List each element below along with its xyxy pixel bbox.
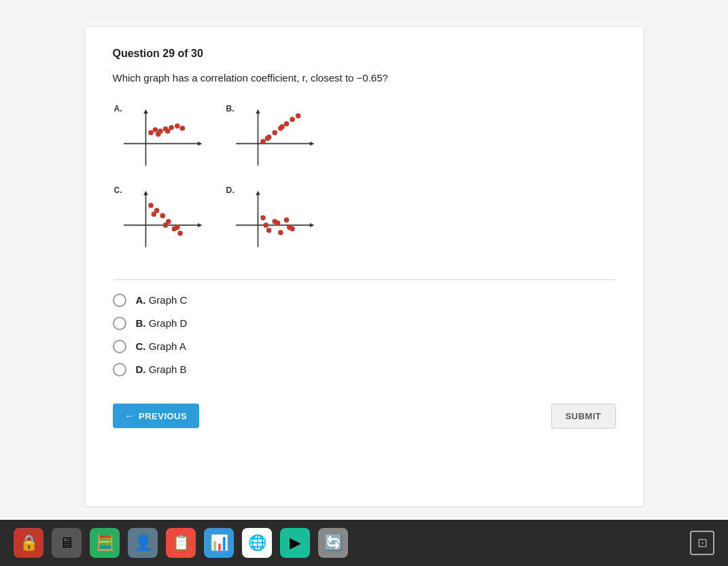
svg-point-19 xyxy=(272,130,277,135)
options-list: A. Graph C B. Graph D C. Graph A D. Grap… xyxy=(113,294,616,376)
taskbar-icon-play[interactable]: ▶ xyxy=(280,528,310,558)
play-icon: ▶ xyxy=(290,534,301,552)
clipboard-icon: 📋 xyxy=(172,534,190,552)
svg-point-4 xyxy=(148,130,154,135)
option-B[interactable]: B. Graph D xyxy=(113,317,616,330)
main-content: Question 29 of 30 Which graph has a corr… xyxy=(0,0,728,520)
svg-marker-40 xyxy=(256,190,260,194)
svg-marker-29 xyxy=(197,223,201,227)
option-D-text: D. Graph B xyxy=(136,364,187,375)
taskbar-icon-calc[interactable]: 🧮 xyxy=(90,528,120,558)
question-text: Which graph has a correlation coefficien… xyxy=(113,71,616,86)
radio-B[interactable] xyxy=(113,317,126,330)
graph-D: D. xyxy=(225,184,320,259)
svg-marker-14 xyxy=(256,109,260,113)
previous-button[interactable]: PREVIOUS xyxy=(113,404,200,428)
graph-C-label: C. xyxy=(114,185,122,195)
graph-C: C. xyxy=(113,184,208,259)
question-number: Question 29 of 30 xyxy=(113,48,616,60)
option-B-text: B. Graph D xyxy=(136,317,188,329)
svg-point-17 xyxy=(260,139,266,144)
svg-point-51 xyxy=(287,224,292,230)
graph-B-label: B. xyxy=(226,104,235,113)
svg-point-49 xyxy=(263,222,268,228)
taskbar-icons: 🔒 🖥 🧮 👤 📋 📊 🌐 ▶ 🔄 xyxy=(14,528,348,558)
svg-point-9 xyxy=(175,123,180,128)
svg-point-12 xyxy=(165,128,171,134)
svg-marker-42 xyxy=(309,223,313,227)
option-A-text: A. Graph C xyxy=(136,294,188,306)
divider xyxy=(113,279,616,280)
svg-point-37 xyxy=(162,222,168,228)
svg-marker-16 xyxy=(309,141,313,145)
option-D[interactable]: D. Graph B xyxy=(113,363,616,376)
taskbar-icon-grid[interactable]: 📊 xyxy=(204,528,234,558)
graph-A-label: A. xyxy=(114,104,122,113)
bottom-row: PREVIOUS SUBMIT xyxy=(113,404,616,429)
svg-point-25 xyxy=(279,124,285,129)
svg-marker-27 xyxy=(143,190,148,194)
taskbar-icon-user[interactable]: 👤 xyxy=(128,528,158,558)
user-icon: 👤 xyxy=(134,534,152,552)
taskbar: 🔒 🖥 🧮 👤 📋 📊 🌐 ▶ 🔄 ⊡ xyxy=(0,520,728,566)
taskbar-icon-refresh[interactable]: 🔄 xyxy=(318,528,348,558)
submit-button[interactable]: SUBMIT xyxy=(551,404,616,429)
radio-D[interactable] xyxy=(113,363,126,376)
radio-A[interactable] xyxy=(113,294,126,307)
svg-point-23 xyxy=(295,113,300,118)
taskbar-icon-security[interactable]: 🔒 xyxy=(14,528,44,558)
svg-point-30 xyxy=(148,202,154,208)
svg-point-8 xyxy=(169,124,174,130)
svg-point-43 xyxy=(260,215,266,220)
grid-icon: 📊 xyxy=(210,534,228,552)
svg-point-24 xyxy=(264,136,270,141)
chrome-icon: 🌐 xyxy=(248,534,266,552)
graphs-container: A. xyxy=(113,103,330,259)
svg-point-50 xyxy=(275,220,280,226)
svg-point-35 xyxy=(177,230,183,236)
question-card: Question 29 of 30 Which graph has a corr… xyxy=(86,27,643,506)
option-C[interactable]: C. Graph A xyxy=(113,340,616,353)
graph-A: A. xyxy=(113,103,208,177)
svg-marker-1 xyxy=(143,109,148,113)
svg-point-11 xyxy=(156,131,161,137)
svg-marker-3 xyxy=(197,141,201,145)
radio-C[interactable] xyxy=(113,340,126,353)
refresh-icon: 🔄 xyxy=(324,534,343,552)
svg-point-5 xyxy=(152,127,158,132)
taskbar-icon-chrome[interactable]: 🌐 xyxy=(242,528,272,558)
option-A[interactable]: A. Graph C xyxy=(113,294,616,307)
svg-point-32 xyxy=(160,213,165,218)
taskbar-icon-clipboard[interactable]: 📋 xyxy=(166,528,196,558)
monitor-icon: 🖥 xyxy=(59,534,74,552)
svg-point-46 xyxy=(278,230,283,235)
svg-point-44 xyxy=(266,228,271,233)
calc-icon: 🧮 xyxy=(96,534,114,552)
svg-point-10 xyxy=(179,126,185,131)
svg-point-22 xyxy=(290,117,295,122)
security-icon: 🔒 xyxy=(20,534,38,552)
taskbar-window-icon[interactable]: ⊡ xyxy=(690,531,714,555)
svg-point-21 xyxy=(283,121,289,126)
svg-point-36 xyxy=(151,211,156,217)
option-C-text: C. Graph A xyxy=(136,340,186,352)
taskbar-icon-monitor[interactable]: 🖥 xyxy=(52,528,82,558)
graph-B: B. xyxy=(225,103,320,177)
svg-point-38 xyxy=(175,224,180,230)
taskbar-right: ⊡ xyxy=(690,531,714,555)
svg-point-47 xyxy=(283,217,289,223)
graph-D-label: D. xyxy=(226,185,235,195)
